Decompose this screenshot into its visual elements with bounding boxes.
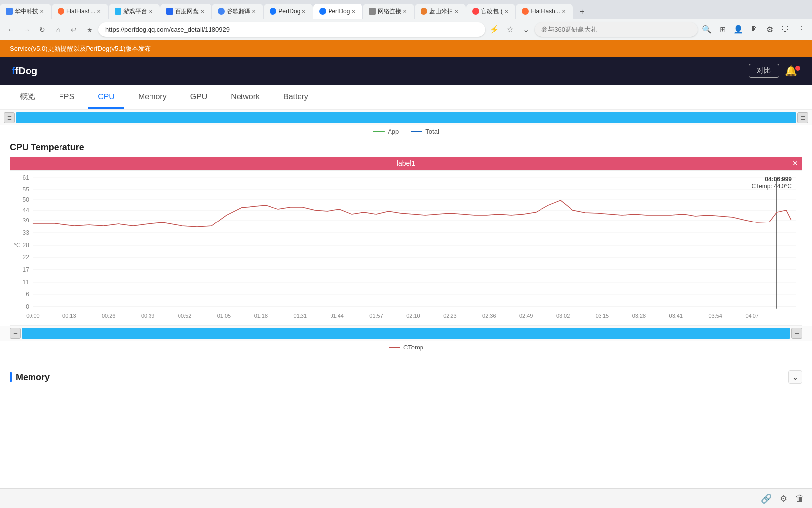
tab-baidu[interactable]: 百度网盘 ✕ — [160, 4, 211, 19]
legend-total: Total — [411, 128, 439, 135]
legend-ctemp: CTemp — [389, 344, 423, 351]
tab-network[interactable]: Network — [221, 87, 270, 109]
tab-close-7[interactable]: ✕ — [350, 8, 357, 15]
tab-battery[interactable]: Battery — [273, 87, 318, 109]
chevron-down-icon: ⌄ — [792, 373, 798, 381]
share-icon[interactable]: 🔗 — [761, 493, 772, 504]
svg-text:01:05: 01:05 — [217, 313, 231, 318]
tab-close-1[interactable]: ✕ — [38, 8, 45, 15]
user-icon[interactable]: 👤 — [731, 23, 745, 36]
chart-tooltip: 04:06:999 CTemp: 44.0°C — [752, 176, 792, 190]
browser-chrome: 华中科技 ✕ FlatFlash... ✕ 游戏平台 ✕ 百度网盘 ✕ 谷歌翻译… — [0, 0, 812, 40]
svg-text:℃: ℃ — [14, 242, 20, 249]
grid-icon[interactable]: ⊞ — [716, 23, 729, 36]
range-handle-left-bottom[interactable]: ☰ — [10, 328, 21, 339]
back-button[interactable]: ← — [4, 23, 18, 36]
tab-cpu[interactable]: CPU — [88, 87, 124, 109]
chart-legend-top: App Total — [0, 125, 812, 138]
svg-text:50: 50 — [23, 196, 30, 203]
svg-text:04:07: 04:07 — [745, 313, 758, 318]
tab-close-5[interactable]: ✕ — [250, 8, 257, 15]
tab-close-9[interactable]: ✕ — [453, 8, 460, 15]
tab-memory[interactable]: Memory — [128, 87, 177, 109]
nav-tabs: 概览 FPS CPU Memory GPU Network Battery — [0, 85, 812, 110]
extensions-icon[interactable]: ⚙ — [763, 23, 777, 36]
history-back-button[interactable]: ↩ — [67, 23, 81, 36]
chart-label-bar[interactable]: label1 — [10, 157, 802, 170]
tab-close-3[interactable]: ✕ — [147, 8, 154, 15]
more-icon[interactable]: ⋮ — [794, 23, 808, 36]
tab-perfdog2[interactable]: PerfDog ✕ — [313, 4, 362, 19]
app-logo: ffDog — [12, 65, 37, 77]
cpu-temp-chart[interactable]: 61 55 50 44 39 33 28 22 17 11 6 0 ℃ — [10, 171, 802, 323]
delete-icon[interactable]: 🗑 — [795, 493, 804, 504]
tab-close-10[interactable]: ✕ — [503, 8, 510, 15]
settings-icon[interactable]: ⚙ — [780, 493, 787, 504]
tab-close-8[interactable]: ✕ — [401, 8, 408, 15]
search-icon[interactable]: 🔍 — [700, 23, 714, 36]
tab-close-2[interactable]: ✕ — [95, 8, 102, 15]
svg-text:02:36: 02:36 — [482, 313, 496, 318]
tab-huazhong[interactable]: 华中科技 ✕ — [0, 4, 51, 19]
tab-flatflash2[interactable]: FlatFlash... ✕ — [516, 4, 572, 19]
range-handle-right-top[interactable]: ☰ — [797, 112, 808, 123]
tab-fps[interactable]: FPS — [49, 87, 84, 109]
star-icon[interactable]: ☆ — [503, 23, 517, 36]
label-bar-expand[interactable]: ✕ — [792, 159, 798, 167]
search-input[interactable] — [535, 22, 698, 37]
tab-google-translate[interactable]: 谷歌翻译 ✕ — [212, 4, 263, 19]
tab-perfdog1[interactable]: PerfDog ✕ — [264, 4, 313, 19]
tab-overview[interactable]: 概览 — [10, 86, 45, 109]
svg-text:44: 44 — [23, 207, 30, 214]
legend-app: App — [373, 128, 399, 135]
svg-text:00:00: 00:00 — [26, 313, 39, 318]
svg-text:03:41: 03:41 — [669, 313, 683, 318]
tab-youxi[interactable]: 游戏平台 ✕ — [109, 4, 160, 19]
range-handle-left-top[interactable]: ☰ — [4, 112, 15, 123]
compare-button[interactable]: 对比 — [749, 64, 779, 78]
tab-close-4[interactable]: ✕ — [199, 8, 206, 15]
translate-icon[interactable]: 🖹 — [747, 23, 761, 36]
memory-section-title: Memory — [16, 372, 50, 382]
notification-banner: Service(v5.0)更新提醒以及PerfDog(v5.1)版本发布 — [0, 40, 812, 57]
down-arrow-icon[interactable]: ⌄ — [519, 23, 533, 36]
memory-section-bar — [10, 372, 12, 382]
tab-flatflash1[interactable]: FlatFlash... ✕ — [52, 4, 108, 19]
shield-icon[interactable]: 🛡 — [779, 23, 792, 36]
memory-expand-button[interactable]: ⌄ — [788, 370, 802, 384]
svg-text:02:10: 02:10 — [406, 313, 420, 318]
tab-guaibao[interactable]: 官改包 ( ✕ — [466, 4, 515, 19]
svg-text:01:44: 01:44 — [330, 313, 343, 318]
bookmark-button[interactable]: ★ — [83, 23, 96, 36]
tab-gpu[interactable]: GPU — [180, 87, 217, 109]
memory-section: Memory ⌄ — [0, 362, 812, 392]
legend-ctemp-label: CTemp — [403, 344, 423, 351]
tab-network[interactable]: 网络连接 ✕ — [363, 4, 414, 19]
svg-text:02:49: 02:49 — [519, 313, 533, 318]
range-track-bottom[interactable] — [22, 328, 790, 339]
home-button[interactable]: ⌂ — [51, 23, 65, 36]
cpu-section: CPU Temperature label1 ✕ 04:06:999 CTemp… — [0, 138, 812, 326]
svg-text:0: 0 — [26, 303, 29, 310]
svg-text:03:28: 03:28 — [632, 313, 646, 318]
bottom-scroll-range-bar: ☰ ☰ — [0, 326, 812, 341]
app-header: ffDog 对比 🔔 — [0, 57, 812, 85]
range-track-top[interactable] — [16, 112, 796, 123]
svg-text:28: 28 — [23, 242, 30, 249]
tab-close-11[interactable]: ✕ — [560, 8, 567, 15]
tab-close-6[interactable]: ✕ — [300, 8, 307, 15]
address-input[interactable]: https://perfdog.qq.com/case_detail/11809… — [98, 22, 485, 37]
reload-button[interactable]: ↻ — [35, 23, 49, 36]
forward-button[interactable]: → — [20, 23, 33, 36]
legend-app-label: App — [388, 128, 399, 135]
svg-text:00:52: 00:52 — [178, 313, 191, 318]
legend-app-line — [373, 131, 385, 132]
svg-text:03:15: 03:15 — [596, 313, 609, 318]
svg-text:01:57: 01:57 — [369, 313, 383, 318]
lightning-icon[interactable]: ⚡ — [487, 23, 501, 36]
new-tab-button[interactable]: + — [575, 5, 589, 19]
tab-lanshan[interactable]: 蓝山米抽 ✕ — [415, 4, 466, 19]
tab-bar: 华中科技 ✕ FlatFlash... ✕ 游戏平台 ✕ 百度网盘 ✕ 谷歌翻译… — [0, 0, 812, 19]
svg-text:33: 33 — [23, 229, 30, 236]
range-handle-right-bottom[interactable]: ☰ — [791, 328, 802, 339]
